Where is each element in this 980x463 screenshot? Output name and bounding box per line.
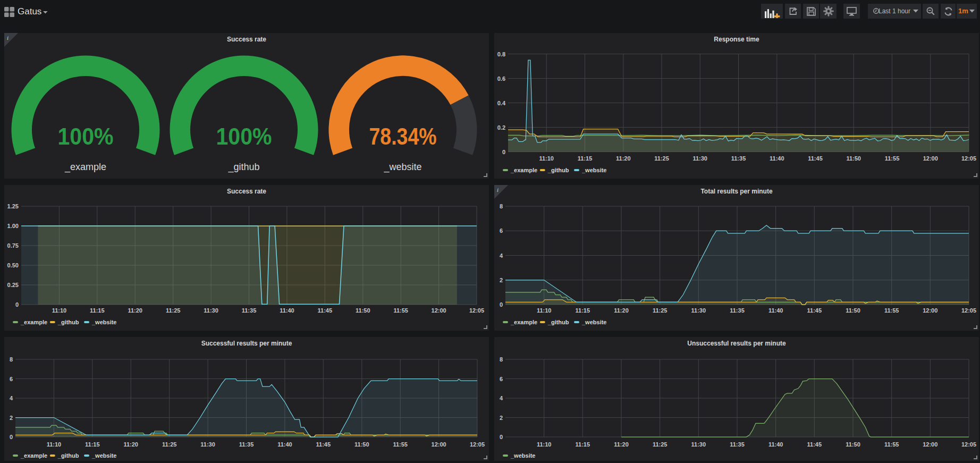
svg-text:i: i bbox=[7, 35, 9, 41]
svg-text:8: 8 bbox=[500, 356, 503, 363]
svg-text:11:35: 11:35 bbox=[731, 155, 746, 162]
svg-text:8: 8 bbox=[500, 203, 503, 209]
svg-text:100%: 100% bbox=[58, 123, 114, 149]
svg-text:11:45: 11:45 bbox=[808, 155, 823, 162]
svg-text:6: 6 bbox=[10, 376, 13, 382]
svg-text:11:15: 11:15 bbox=[90, 307, 105, 314]
svg-text:11:10: 11:10 bbox=[539, 155, 554, 162]
svg-text:11:15: 11:15 bbox=[576, 441, 590, 448]
svg-text:11:50: 11:50 bbox=[846, 441, 860, 448]
svg-text:11:40: 11:40 bbox=[280, 307, 294, 314]
svg-text:1.00: 1.00 bbox=[7, 223, 19, 229]
svg-text:_github: _github bbox=[227, 162, 259, 173]
svg-text:2: 2 bbox=[500, 277, 503, 283]
svg-text:Success rate: Success rate bbox=[227, 188, 266, 195]
svg-text:11:30: 11:30 bbox=[691, 441, 706, 448]
svg-text:2: 2 bbox=[10, 415, 13, 421]
svg-text:_website: _website bbox=[510, 452, 535, 459]
svg-text:0: 0 bbox=[15, 301, 19, 308]
svg-text:_github: _github bbox=[547, 319, 569, 325]
svg-text:11:10: 11:10 bbox=[537, 307, 552, 314]
svg-text:12:00: 12:00 bbox=[923, 441, 937, 448]
svg-text:11:30: 11:30 bbox=[200, 441, 215, 448]
svg-text:i: i bbox=[497, 187, 499, 193]
svg-text:_website: _website bbox=[383, 162, 421, 173]
svg-text:11:55: 11:55 bbox=[885, 155, 900, 162]
svg-text:0: 0 bbox=[500, 301, 503, 308]
svg-text:12:05: 12:05 bbox=[961, 441, 976, 448]
svg-text:_example: _example bbox=[510, 167, 537, 173]
svg-text:Unsuccessful results per minut: Unsuccessful results per minute bbox=[687, 340, 786, 347]
svg-text:0.2: 0.2 bbox=[497, 124, 505, 131]
svg-text:12:05: 12:05 bbox=[470, 441, 485, 448]
svg-text:11:40: 11:40 bbox=[768, 307, 783, 314]
svg-text:11:45: 11:45 bbox=[316, 441, 331, 448]
svg-text:12:00: 12:00 bbox=[432, 441, 446, 448]
svg-text:11:45: 11:45 bbox=[807, 307, 822, 314]
svg-text:_example: _example bbox=[510, 319, 537, 325]
svg-text:11:55: 11:55 bbox=[884, 307, 899, 314]
svg-text:11:35: 11:35 bbox=[730, 441, 745, 448]
svg-text:0.8: 0.8 bbox=[497, 51, 505, 57]
svg-text:11:50: 11:50 bbox=[356, 307, 370, 314]
svg-text:6: 6 bbox=[500, 376, 503, 382]
svg-text:11:15: 11:15 bbox=[578, 155, 593, 162]
svg-text:_example: _example bbox=[20, 319, 47, 325]
svg-text:11:40: 11:40 bbox=[770, 155, 784, 162]
svg-text:12:05: 12:05 bbox=[961, 307, 976, 314]
svg-text:11:25: 11:25 bbox=[653, 307, 668, 314]
svg-text:11:15: 11:15 bbox=[85, 441, 100, 448]
svg-text:6: 6 bbox=[500, 228, 503, 234]
svg-text:_example: _example bbox=[20, 452, 47, 459]
svg-text:11:55: 11:55 bbox=[393, 441, 408, 448]
svg-text:11:55: 11:55 bbox=[393, 307, 408, 314]
svg-text:11:50: 11:50 bbox=[846, 155, 861, 162]
svg-text:12:05: 12:05 bbox=[469, 307, 484, 314]
svg-text:11:30: 11:30 bbox=[691, 307, 706, 314]
svg-text:11:25: 11:25 bbox=[162, 441, 177, 448]
svg-text:_website: _website bbox=[91, 319, 116, 325]
svg-text:100%: 100% bbox=[216, 123, 272, 149]
svg-text:0.6: 0.6 bbox=[497, 75, 505, 82]
svg-text:_website: _website bbox=[91, 452, 116, 459]
svg-text:Success rate: Success rate bbox=[227, 36, 266, 43]
svg-text:Successful results per minute: Successful results per minute bbox=[201, 340, 292, 347]
svg-text:11:55: 11:55 bbox=[884, 441, 899, 448]
svg-text:12:00: 12:00 bbox=[923, 307, 937, 314]
svg-text:12:00: 12:00 bbox=[923, 155, 938, 162]
svg-text:11:25: 11:25 bbox=[653, 441, 668, 448]
svg-text:12:00: 12:00 bbox=[432, 307, 446, 314]
svg-text:4: 4 bbox=[500, 395, 503, 401]
svg-text:11:50: 11:50 bbox=[846, 307, 860, 314]
svg-text:_github: _github bbox=[57, 319, 79, 325]
svg-text:11:25: 11:25 bbox=[654, 155, 669, 162]
svg-text:0.4: 0.4 bbox=[497, 100, 506, 106]
svg-text:0.25: 0.25 bbox=[7, 282, 19, 288]
svg-text:0: 0 bbox=[500, 434, 503, 440]
svg-text:11:35: 11:35 bbox=[730, 307, 745, 314]
svg-text:0.50: 0.50 bbox=[7, 262, 19, 268]
svg-text:0: 0 bbox=[502, 149, 505, 155]
svg-text:8: 8 bbox=[10, 356, 13, 363]
svg-text:Total results per minute: Total results per minute bbox=[700, 188, 772, 195]
svg-text:11:10: 11:10 bbox=[537, 441, 552, 448]
svg-text:4: 4 bbox=[10, 395, 13, 401]
svg-text:11:35: 11:35 bbox=[242, 307, 257, 314]
svg-text:78.34%: 78.34% bbox=[369, 123, 437, 149]
svg-text:11:20: 11:20 bbox=[614, 307, 629, 314]
svg-text:11:20: 11:20 bbox=[128, 307, 142, 314]
svg-text:_github: _github bbox=[57, 452, 79, 459]
svg-text:1.25: 1.25 bbox=[7, 203, 19, 209]
svg-text:_example: _example bbox=[64, 162, 106, 173]
svg-text:11:10: 11:10 bbox=[47, 441, 62, 448]
svg-text:_github: _github bbox=[547, 167, 569, 173]
svg-text:2: 2 bbox=[500, 415, 503, 421]
svg-text:11:45: 11:45 bbox=[807, 441, 822, 448]
svg-text:4: 4 bbox=[500, 252, 503, 259]
svg-text:11:25: 11:25 bbox=[166, 307, 181, 314]
svg-text:0.75: 0.75 bbox=[7, 242, 19, 249]
svg-text:Response time: Response time bbox=[714, 36, 759, 43]
svg-text:11:20: 11:20 bbox=[614, 441, 629, 448]
svg-text:0: 0 bbox=[10, 434, 13, 440]
svg-text:11:15: 11:15 bbox=[576, 307, 590, 314]
